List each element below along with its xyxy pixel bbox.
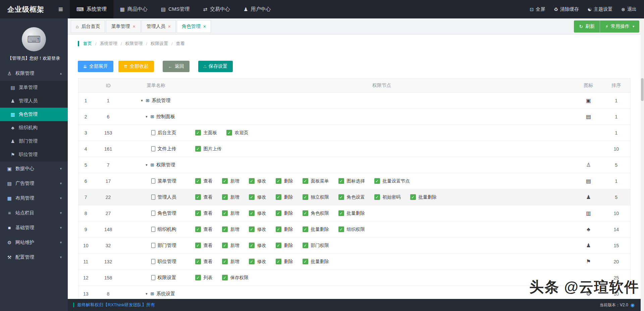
- perm-checkbox-checked[interactable]: ✓: [195, 259, 201, 264]
- perm-checkbox-checked[interactable]: ✓: [222, 178, 228, 184]
- breadcrumb-item[interactable]: 查看: [176, 41, 185, 47]
- sidebar-subitem-dept[interactable]: ♟部门管理: [0, 135, 68, 148]
- table-row[interactable]: 11132职位管理✓查看✓新增✓修改✓删除✓批量删除⚑20: [78, 254, 631, 270]
- sidebar-item-config-manage[interactable]: ⚒配置管理▼: [0, 250, 68, 265]
- hamburger-icon[interactable]: ≡: [58, 5, 63, 13]
- perm-checkbox-checked[interactable]: ✓: [410, 194, 416, 200]
- perm-checkbox-checked[interactable]: ✓: [249, 226, 255, 232]
- caret-down-icon[interactable]: ▼: [145, 115, 148, 118]
- topnav-item-system[interactable]: ⌨系统管理: [70, 0, 113, 18]
- perm-checkbox-checked[interactable]: ✓: [374, 178, 380, 184]
- perm-checkbox-checked[interactable]: ✓: [195, 178, 201, 184]
- back-button[interactable]: ←返回: [163, 61, 190, 72]
- sidebar-item-site-maintain[interactable]: ⚙网站维护▼: [0, 235, 68, 250]
- logout-button[interactable]: ⊗退出: [621, 6, 637, 12]
- perm-checkbox-checked[interactable]: ✓: [303, 243, 308, 248]
- common-actions-button[interactable]: ⚡常用操作▾: [600, 20, 639, 33]
- perm-checkbox-checked[interactable]: ✓: [222, 210, 228, 216]
- sidebar-item-site-column[interactable]: ≡站点栏目▼: [0, 206, 68, 220]
- breadcrumb-item[interactable]: 权限设置: [151, 41, 168, 47]
- sidebar-item-layout-manage[interactable]: ▦布局管理▼: [0, 191, 68, 206]
- caret-down-icon[interactable]: ▼: [141, 99, 144, 102]
- perm-checkbox-checked[interactable]: ✓: [338, 210, 344, 216]
- sidebar-item-ad-manage[interactable]: ▤广告管理▼: [0, 176, 68, 191]
- sidebar-subitem-role-manage[interactable]: ▥角色管理: [0, 108, 68, 121]
- tab-close-icon[interactable]: ×: [168, 24, 171, 29]
- save-settings-button[interactable]: ∴保存设置: [198, 61, 233, 72]
- sidebar-item-base-manage[interactable]: ■基础管理▼: [0, 220, 68, 235]
- perm-checkbox-checked[interactable]: ✓: [222, 275, 228, 280]
- perm-checkbox-checked[interactable]: ✓: [249, 178, 255, 184]
- perm-checkbox-checked[interactable]: ✓: [249, 243, 255, 248]
- perm-checkbox-checked[interactable]: ✓: [249, 259, 255, 264]
- perm-checkbox-checked[interactable]: ✓: [338, 178, 344, 184]
- breadcrumb-item[interactable]: 系统管理: [100, 41, 117, 47]
- table-row[interactable]: 827角色管理✓查看✓新增✓修改✓删除✓角色权限✓批量删除▥10: [78, 205, 631, 221]
- perm-checkbox-checked[interactable]: ✓: [195, 226, 201, 232]
- table-row[interactable]: 4161文件上传✓图片上传10: [78, 141, 631, 157]
- perm-checkbox-checked[interactable]: ✓: [374, 194, 380, 200]
- perm-checkbox-checked[interactable]: ✓: [303, 178, 308, 184]
- perm-checkbox-checked[interactable]: ✓: [276, 259, 281, 264]
- perm-checkbox-checked[interactable]: ✓: [195, 210, 201, 216]
- perm-checkbox-checked[interactable]: ✓: [276, 178, 281, 184]
- tab-admin[interactable]: 管理人员×: [142, 20, 176, 33]
- table-row[interactable]: 26▼⊞控制面板▤1: [78, 109, 631, 125]
- table-row[interactable]: 722管理人员✓查看✓新增✓修改✓删除✓独立权限✓角色设置✓初始密码✓批量删除♟…: [78, 189, 631, 205]
- topnav-item-cms[interactable]: ▤CMS管理: [154, 0, 197, 18]
- tab-menu[interactable]: 菜单管理×: [106, 20, 140, 33]
- expand-node-icon[interactable]: ⊞: [150, 162, 154, 167]
- perm-checkbox-checked[interactable]: ✓: [303, 259, 308, 264]
- perm-checkbox-checked[interactable]: ✓: [303, 194, 308, 200]
- sidebar-subitem-menu-manage[interactable]: ▤菜单管理: [0, 81, 68, 94]
- collapse-all-button[interactable]: ⇈全部收起: [118, 61, 154, 72]
- table-row[interactable]: 9148组织机构✓查看✓新增✓修改✓删除✓批量删除✓组织权限♣14: [78, 221, 631, 238]
- fullscreen-button[interactable]: ⊡全屏: [530, 6, 545, 12]
- perm-checkbox-checked[interactable]: ✓: [276, 226, 281, 232]
- table-row[interactable]: 57▼⊞权限管理♙5: [78, 157, 631, 173]
- table-row[interactable]: 1032部门管理✓查看✓新增✓修改✓删除✓部门权限♟15: [78, 238, 631, 254]
- footer-copyright-link[interactable]: 最终解释权归【RXThink研发团队】所有: [77, 302, 155, 308]
- tab-home[interactable]: ⌂后台首页: [71, 20, 105, 33]
- perm-checkbox-checked[interactable]: ✓: [276, 243, 281, 248]
- tab-close-icon[interactable]: ×: [132, 24, 135, 29]
- breadcrumb-item[interactable]: 权限管理: [125, 41, 143, 47]
- sidebar-item-perm[interactable]: ♙权限管理▲: [0, 66, 68, 81]
- perm-checkbox-checked[interactable]: ✓: [195, 194, 201, 200]
- expand-all-button[interactable]: ⇊全部展开: [78, 61, 113, 72]
- perm-checkbox-checked[interactable]: ✓: [303, 226, 308, 232]
- sidebar-subitem-position[interactable]: ⚑职位管理: [0, 148, 68, 161]
- breadcrumb-item[interactable]: 首页: [83, 41, 92, 47]
- caret-down-icon[interactable]: ▼: [145, 292, 148, 296]
- perm-checkbox-checked[interactable]: ✓: [222, 194, 228, 200]
- expand-node-icon[interactable]: ⊞: [150, 291, 154, 296]
- theme-button[interactable]: ☯主题设置: [588, 6, 613, 12]
- tab-close-icon[interactable]: ×: [203, 24, 206, 29]
- tab-role[interactable]: 角色管理×: [177, 20, 211, 33]
- perm-checkbox-checked[interactable]: ✓: [249, 194, 255, 200]
- perm-checkbox-checked[interactable]: ✓: [195, 243, 201, 248]
- expand-node-icon[interactable]: ⊞: [146, 98, 149, 103]
- perm-checkbox-checked[interactable]: ✓: [222, 243, 228, 248]
- clear-cache-button[interactable]: ♻清除缓存: [554, 6, 579, 12]
- topnav-item-goods[interactable]: ▦商品中心: [113, 0, 154, 18]
- topnav-item-trade[interactable]: ⇄交易中心: [196, 0, 237, 18]
- perm-checkbox-checked[interactable]: ✓: [276, 194, 281, 200]
- table-row[interactable]: 11▼⊞系统管理▣1: [78, 93, 631, 109]
- perm-checkbox-checked[interactable]: ✓: [222, 226, 228, 232]
- perm-checkbox-checked[interactable]: ✓: [195, 275, 201, 280]
- perm-checkbox-checked[interactable]: ✓: [222, 259, 228, 264]
- avatar[interactable]: ⌨: [22, 27, 46, 51]
- refresh-button[interactable]: ↻刷新: [574, 20, 600, 33]
- perm-checkbox-checked[interactable]: ✓: [195, 146, 201, 152]
- perm-checkbox-checked[interactable]: ✓: [249, 210, 255, 216]
- perm-checkbox-checked[interactable]: ✓: [195, 130, 201, 136]
- sidebar-subitem-org[interactable]: ♣组织机构: [0, 121, 68, 135]
- perm-checkbox-checked[interactable]: ✓: [338, 226, 344, 232]
- scrollbar-thumb[interactable]: [641, 78, 644, 101]
- topnav-item-user[interactable]: ♟用户中心: [237, 0, 277, 18]
- expand-node-icon[interactable]: ⊞: [150, 114, 154, 119]
- perm-checkbox-checked[interactable]: ✓: [303, 210, 308, 216]
- table-row[interactable]: 617菜单管理✓查看✓新增✓修改✓删除✓面板菜单✓图标选择✓批量设置节点▤1: [78, 173, 631, 189]
- vertical-scrollbar[interactable]: [641, 18, 644, 311]
